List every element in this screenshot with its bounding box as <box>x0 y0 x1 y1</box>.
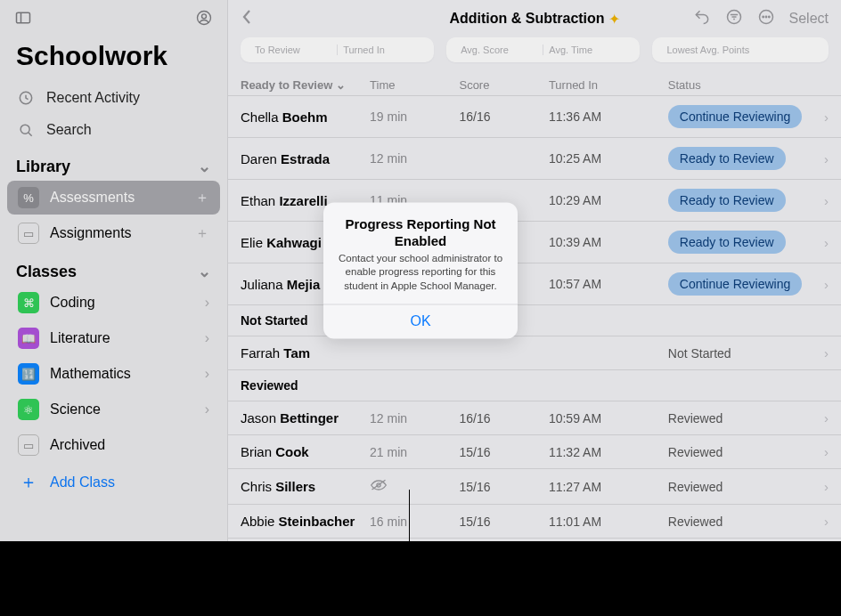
table-row[interactable]: Elie Kahwagi10:39 AMReady to Review› <box>228 222 841 263</box>
status-cell[interactable]: Continue Reviewing <box>668 272 807 296</box>
select-button[interactable]: Select <box>789 11 829 27</box>
table-header: Ready to Review⌄ Time Score Turned In St… <box>228 75 841 96</box>
sidebar-label: Add Class <box>50 474 115 490</box>
card-label: Lowest Avg. Points <box>661 45 820 55</box>
student-name: Daren Estrada <box>241 151 370 166</box>
status-cell: Reviewed <box>668 480 807 494</box>
status-cell[interactable]: Ready to Review <box>668 189 807 212</box>
chevron-down-icon: ⌄ <box>336 78 346 92</box>
status-pill[interactable]: Continue Reviewing <box>668 272 803 296</box>
time-cell: 21 min <box>370 445 459 459</box>
status-pill[interactable]: Ready to Review <box>668 147 786 170</box>
alert-ok-button[interactable]: OK <box>323 304 518 339</box>
sidebar-toggle-icon[interactable] <box>14 9 32 30</box>
turnedin-cell: 11:27 AM <box>549 480 668 494</box>
svg-point-3 <box>202 14 207 19</box>
column-label: Turned In <box>549 78 668 92</box>
table-row[interactable]: Ethan Izzarelli11 min10:29 AMReady to Re… <box>228 180 841 222</box>
student-name: Abbie Steinbacher <box>241 514 370 529</box>
status-pill[interactable]: Continue Reviewing <box>668 105 803 128</box>
sidebar-label: Mathematics <box>50 366 131 382</box>
sidebar-label: Archived <box>50 437 105 453</box>
card-label: Turned In <box>338 45 425 55</box>
table-row[interactable]: Daren Estrada12 min10:25 AMReady to Revi… <box>228 138 841 180</box>
back-icon[interactable] <box>241 8 253 29</box>
score-cell: 15/16 <box>459 445 548 459</box>
status-cell[interactable]: Ready to Review <box>668 231 807 254</box>
column-label: Ready to Review <box>241 78 332 92</box>
section-label: Library <box>16 158 70 176</box>
main-toolbar: Addition & Subtraction ✦ Select <box>228 0 841 37</box>
sidebar-label: Search <box>46 122 92 138</box>
status-pill[interactable]: Ready to Review <box>668 231 786 254</box>
table-row[interactable]: Brian Cook21 min15/1611:32 AMReviewed› <box>228 435 841 469</box>
sidebar-item-search[interactable]: Search <box>0 114 227 146</box>
table-row[interactable]: Abbie Steinbacher16 min15/1611:01 AMRevi… <box>228 505 841 539</box>
alert-message: Contact your school administrator to ena… <box>336 252 505 294</box>
sidebar-section-classes[interactable]: Classes ⌄ <box>0 251 227 285</box>
section-reviewed: Reviewed <box>228 370 841 401</box>
chevron-down-icon: ⌄ <box>198 262 211 281</box>
filter-icon[interactable] <box>725 8 743 29</box>
turnedin-cell: 10:25 AM <box>549 151 668 166</box>
sidebar-item-science[interactable]: ⚛Science › <box>7 393 220 426</box>
table-row[interactable]: Farrah TamNot Started› <box>228 336 841 370</box>
sidebar-item-archived[interactable]: ▭Archived <box>7 428 220 462</box>
app-title: Schoolwork <box>0 36 227 82</box>
alert-dialog: Progress Reporting Not Enabled Contact y… <box>323 202 518 338</box>
summary-card-review: To Review Turned In <box>241 37 434 62</box>
main-content: Addition & Subtraction ✦ Select To Revie… <box>228 0 841 541</box>
column-sort[interactable]: Ready to Review⌄ <box>241 78 370 92</box>
chevron-right-icon: › <box>807 479 829 494</box>
student-name: Farrah Tam <box>241 345 370 361</box>
plus-icon[interactable]: ＋ <box>195 189 209 207</box>
turnedin-cell: 10:59 AM <box>549 411 668 426</box>
class-tile-icon: 🔢 <box>18 363 39 385</box>
profile-icon[interactable] <box>195 9 213 30</box>
turnedin-cell: 11:32 AM <box>549 445 668 459</box>
student-name: Chella Boehm <box>241 109 370 125</box>
sidebar-label: Assignments <box>50 225 132 241</box>
sidebar-item-assessments[interactable]: % Assessments ＋ <box>7 181 220 215</box>
sidebar-item-mathematics[interactable]: 🔢Mathematics › <box>7 357 220 391</box>
time-cell: 16 min <box>370 515 459 529</box>
sidebar-item-recent[interactable]: Recent Activity <box>0 82 227 114</box>
table-row[interactable]: Chella Boehm19 min16/1611:36 AMContinue … <box>228 96 841 138</box>
sidebar-section-library[interactable]: Library ⌄ <box>0 146 227 180</box>
chevron-right-icon: › <box>807 345 829 361</box>
student-name: Chris Sillers <box>241 479 370 494</box>
card-label: Avg. Score <box>455 45 543 55</box>
score-cell: 16/16 <box>459 109 548 124</box>
status-cell: Reviewed <box>668 515 807 529</box>
undo-icon[interactable] <box>693 8 711 29</box>
sidebar-item-coding[interactable]: ⌘Coding › <box>7 286 220 320</box>
table-row[interactable]: Juliana Mejia10:57 AMContinue Reviewing› <box>228 263 841 305</box>
time-cell: 19 min <box>370 109 459 124</box>
status-cell: Reviewed <box>668 411 807 426</box>
sidebar-item-add-class[interactable]: ＋Add Class <box>7 464 220 500</box>
sparkle-icon: ✦ <box>608 11 620 28</box>
summary-card-avg: Avg. Score Avg. Time <box>446 37 640 62</box>
status-cell[interactable]: Ready to Review <box>668 147 807 170</box>
sidebar-item-literature[interactable]: 📖Literature › <box>7 321 220 355</box>
svg-line-6 <box>29 133 32 136</box>
svg-point-5 <box>20 125 29 134</box>
status-pill[interactable]: Ready to Review <box>668 189 786 212</box>
sidebar-item-assignments[interactable]: ▭ Assignments ＋ <box>7 216 220 250</box>
table-row[interactable]: Chris Sillers15/1611:27 AMReviewed› <box>228 469 841 505</box>
chevron-right-icon: › <box>807 444 829 459</box>
sidebar-label: Recent Activity <box>46 90 140 106</box>
table-row[interactable]: Jason Bettinger12 min16/1610:59 AMReview… <box>228 401 841 435</box>
chevron-right-icon: › <box>807 109 829 125</box>
rows-reviewed: Jason Bettinger12 min16/1610:59 AMReview… <box>228 401 841 539</box>
turnedin-cell: 11:01 AM <box>549 515 668 529</box>
score-cell: 16/16 <box>459 411 548 426</box>
column-label: Status <box>668 78 807 92</box>
plus-icon[interactable]: ＋ <box>195 224 209 243</box>
turnedin-cell: 10:29 AM <box>549 193 668 207</box>
status-cell[interactable]: Continue Reviewing <box>668 105 807 128</box>
chevron-right-icon: › <box>807 235 829 250</box>
score-cell: 15/16 <box>459 480 548 494</box>
more-icon[interactable] <box>757 8 775 29</box>
app-frame: Schoolwork Recent Activity Search Librar… <box>0 0 841 541</box>
